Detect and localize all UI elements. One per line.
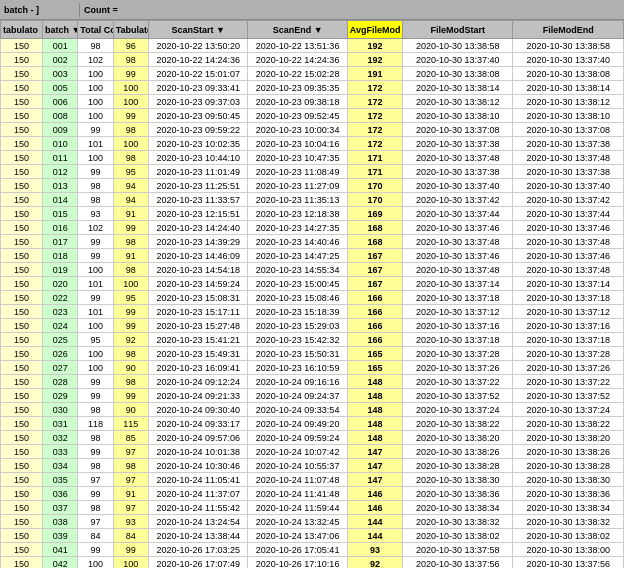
table-cell: 2020-10-23 11:25:51 xyxy=(149,179,248,193)
table-cell: 148 xyxy=(347,389,402,403)
table-cell: 93 xyxy=(347,543,402,557)
table-cell: 150 xyxy=(1,487,43,501)
table-cell: 2020-10-30 13:37:40 xyxy=(513,179,624,193)
scroll-area[interactable]: tabulato ▼ batch ▼ Total Count Tabulate … xyxy=(0,20,624,568)
col-header-total[interactable]: Total Count xyxy=(78,21,113,39)
table-cell: 024 xyxy=(42,319,77,333)
table-cell: 97 xyxy=(113,473,148,487)
tab-batch[interactable]: batch - ] xyxy=(0,3,80,17)
table-cell: 99 xyxy=(78,249,113,263)
table-cell: 150 xyxy=(1,347,43,361)
table-cell: 2020-10-24 09:16:16 xyxy=(248,375,347,389)
table-cell: 2020-10-30 13:37:48 xyxy=(403,151,513,165)
table-cell: 2020-10-24 09:21:33 xyxy=(149,389,248,403)
table-cell: 99 xyxy=(113,543,148,557)
table-cell: 99 xyxy=(78,291,113,305)
table-cell: 2020-10-23 15:49:31 xyxy=(149,347,248,361)
table-cell: 165 xyxy=(347,347,402,361)
table-cell: 98 xyxy=(113,459,148,473)
table-cell: 172 xyxy=(347,81,402,95)
table-cell: 150 xyxy=(1,305,43,319)
table-cell: 2020-10-23 14:54:18 xyxy=(149,263,248,277)
col-header-scanstart[interactable]: ScanStart ▼ xyxy=(149,21,248,39)
table-cell: 2020-10-30 13:37:46 xyxy=(403,221,513,235)
table-cell: 100 xyxy=(78,347,113,361)
table-cell: 2020-10-23 15:29:03 xyxy=(248,319,347,333)
table-cell: 150 xyxy=(1,249,43,263)
table-cell: 150 xyxy=(1,459,43,473)
table-cell: 2020-10-23 14:40:46 xyxy=(248,235,347,249)
table-cell: 014 xyxy=(42,193,77,207)
table-cell: 84 xyxy=(113,529,148,543)
col-header-tabcount[interactable]: Tabulate Count xyxy=(113,21,148,39)
col-header-batch[interactable]: batch ▼ xyxy=(42,21,77,39)
table-cell: 031 xyxy=(42,417,77,431)
tab-count[interactable]: Count = xyxy=(80,3,160,17)
table-cell: 2020-10-23 09:38:18 xyxy=(248,95,347,109)
table-cell: 2020-10-30 13:37:38 xyxy=(513,165,624,179)
table-cell: 150 xyxy=(1,557,43,569)
table-cell: 2020-10-30 13:38:10 xyxy=(513,109,624,123)
table-cell: 168 xyxy=(347,221,402,235)
table-cell: 2020-10-30 13:37:38 xyxy=(513,137,624,151)
col-header-filemodend[interactable]: FileModEnd xyxy=(513,21,624,39)
table-cell: 2020-10-24 09:12:24 xyxy=(149,375,248,389)
table-cell: 100 xyxy=(113,137,148,151)
table-cell: 2020-10-22 13:50:20 xyxy=(149,39,248,53)
table-cell: 94 xyxy=(113,179,148,193)
table-cell: 027 xyxy=(42,361,77,375)
table-cell: 2020-10-30 13:37:42 xyxy=(403,193,513,207)
table-cell: 025 xyxy=(42,333,77,347)
table-cell: 95 xyxy=(113,165,148,179)
table-cell: 2020-10-30 13:37:44 xyxy=(513,207,624,221)
table-cell: 99 xyxy=(78,389,113,403)
table-cell: 167 xyxy=(347,249,402,263)
table-cell: 2020-10-30 13:38:26 xyxy=(403,445,513,459)
table-cell: 192 xyxy=(347,53,402,67)
table-cell: 042 xyxy=(42,557,77,569)
table-cell: 015 xyxy=(42,207,77,221)
table-cell: 101 xyxy=(78,137,113,151)
table-cell: 022 xyxy=(42,291,77,305)
table-cell: 2020-10-30 13:37:18 xyxy=(403,291,513,305)
table-cell: 98 xyxy=(78,179,113,193)
table-cell: 2020-10-30 13:38:20 xyxy=(513,431,624,445)
table-cell: 150 xyxy=(1,81,43,95)
table-cell: 98 xyxy=(78,39,113,53)
table-cell: 2020-10-23 14:46:09 xyxy=(149,249,248,263)
table-cell: 150 xyxy=(1,375,43,389)
table-cell: 100 xyxy=(113,95,148,109)
table-cell: 2020-10-23 15:41:21 xyxy=(149,333,248,347)
table-cell: 2020-10-26 17:07:49 xyxy=(149,557,248,569)
col-header-tabulator[interactable]: tabulato ▼ xyxy=(1,21,43,39)
table-cell: 99 xyxy=(113,109,148,123)
table-cell: 010 xyxy=(42,137,77,151)
table-cell: 2020-10-30 13:37:26 xyxy=(513,361,624,375)
table-cell: 2020-10-24 13:38:44 xyxy=(149,529,248,543)
table-cell: 150 xyxy=(1,165,43,179)
table-cell: 032 xyxy=(42,431,77,445)
table-cell: 150 xyxy=(1,501,43,515)
col-header-scanend[interactable]: ScanEnd ▼ xyxy=(248,21,347,39)
table-cell: 006 xyxy=(42,95,77,109)
table-cell: 2020-10-23 14:27:35 xyxy=(248,221,347,235)
col-header-avgfile[interactable]: AvgFileMod Time (Hours) xyxy=(347,21,402,39)
table-cell: 030 xyxy=(42,403,77,417)
table-cell: 150 xyxy=(1,179,43,193)
table-cell: 99 xyxy=(113,389,148,403)
table-cell: 2020-10-23 15:42:32 xyxy=(248,333,347,347)
table-cell: 166 xyxy=(347,291,402,305)
table-cell: 2020-10-30 13:37:28 xyxy=(513,347,624,361)
table-cell: 148 xyxy=(347,417,402,431)
table-cell: 2020-10-23 15:08:31 xyxy=(149,291,248,305)
table-cell: 2020-10-30 13:38:34 xyxy=(513,501,624,515)
table-cell: 148 xyxy=(347,431,402,445)
table-cell: 016 xyxy=(42,221,77,235)
table-cell: 2020-10-30 13:38:58 xyxy=(403,39,513,53)
table-cell: 2020-10-23 16:09:41 xyxy=(149,361,248,375)
table-cell: 2020-10-30 13:37:44 xyxy=(403,207,513,221)
table-cell: 99 xyxy=(78,165,113,179)
table-cell: 150 xyxy=(1,221,43,235)
table-cell: 2020-10-23 15:08:46 xyxy=(248,291,347,305)
col-header-filemodstart[interactable]: FileModStart xyxy=(403,21,513,39)
